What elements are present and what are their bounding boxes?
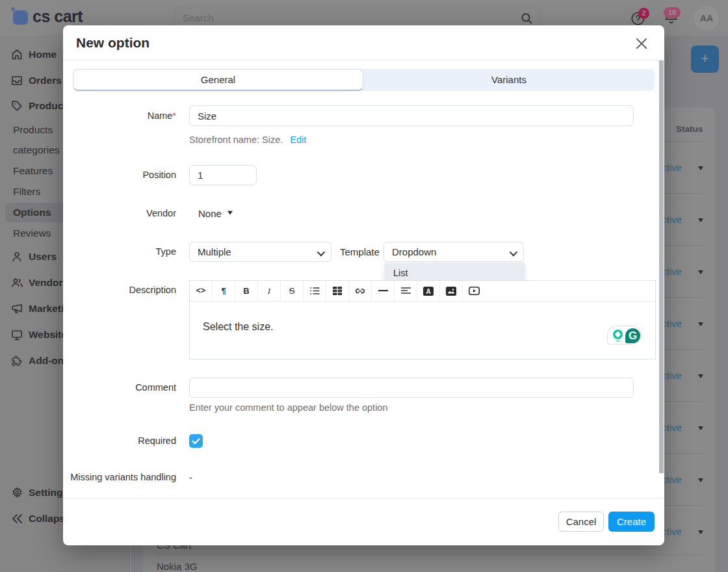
svg-text:A: A bbox=[426, 287, 430, 294]
